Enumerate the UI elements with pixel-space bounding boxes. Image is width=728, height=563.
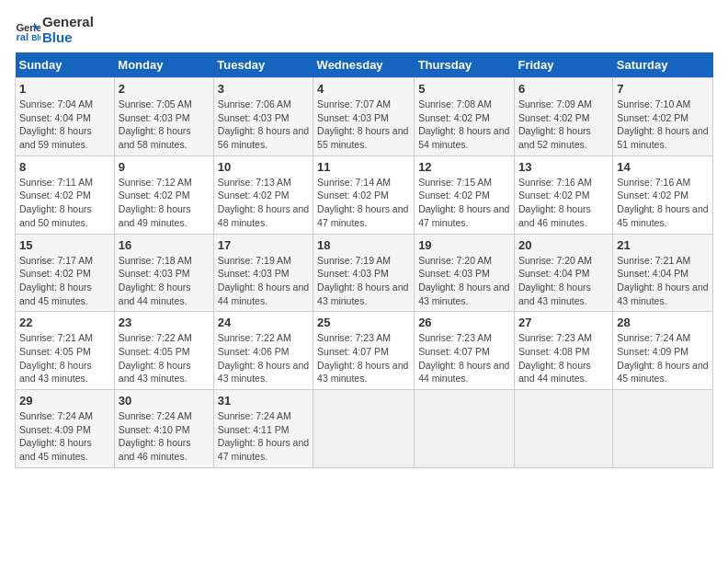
day-number: 27 (518, 316, 609, 329)
day-detail: Sunrise: 7:06 AMSunset: 4:03 PMDaylight:… (218, 98, 309, 150)
day-header-sunday: Sunday (16, 52, 115, 78)
calendar-cell: 11 Sunrise: 7:14 AMSunset: 4:02 PMDaylig… (313, 155, 415, 234)
day-header-monday: Monday (114, 52, 213, 78)
day-number: 10 (218, 160, 309, 174)
svg-text:ral: ral (16, 31, 28, 42)
day-detail: Sunrise: 7:23 AMSunset: 4:07 PMDaylight:… (418, 332, 509, 384)
calendar-cell: 5 Sunrise: 7:08 AMSunset: 4:02 PMDayligh… (415, 78, 515, 156)
calendar-cell: 19 Sunrise: 7:20 AMSunset: 4:03 PMDaylig… (415, 234, 515, 312)
day-detail: Sunrise: 7:08 AMSunset: 4:02 PMDaylight:… (418, 98, 509, 150)
calendar-week-4: 22 Sunrise: 7:21 AMSunset: 4:05 PMDaylig… (16, 312, 713, 390)
calendar-cell (514, 390, 612, 468)
day-header-tuesday: Tuesday (213, 52, 313, 78)
day-detail: Sunrise: 7:20 AMSunset: 4:04 PMDaylight:… (518, 255, 592, 306)
day-number: 26 (418, 316, 510, 329)
logo-general: General (42, 14, 94, 29)
day-number: 4 (317, 82, 410, 96)
day-detail: Sunrise: 7:05 AMSunset: 4:03 PMDaylight:… (119, 98, 192, 150)
day-detail: Sunrise: 7:04 AMSunset: 4:04 PMDaylight:… (19, 98, 93, 150)
calendar-cell: 24 Sunrise: 7:22 AMSunset: 4:06 PMDaylig… (213, 312, 313, 390)
day-detail: Sunrise: 7:20 AMSunset: 4:03 PMDaylight:… (418, 255, 509, 306)
day-detail: Sunrise: 7:17 AMSunset: 4:02 PMDaylight:… (19, 255, 93, 306)
day-number: 23 (119, 316, 210, 329)
day-detail: Sunrise: 7:10 AMSunset: 4:02 PMDaylight:… (617, 98, 708, 150)
day-number: 5 (418, 82, 510, 96)
day-number: 7 (617, 82, 709, 96)
day-detail: Sunrise: 7:07 AMSunset: 4:03 PMDaylight:… (317, 98, 408, 150)
day-number: 25 (317, 316, 410, 329)
calendar-week-3: 15 Sunrise: 7:17 AMSunset: 4:02 PMDaylig… (16, 234, 713, 312)
day-number: 13 (518, 160, 609, 174)
calendar-cell: 23 Sunrise: 7:22 AMSunset: 4:05 PMDaylig… (114, 312, 213, 390)
calendar-cell: 12 Sunrise: 7:15 AMSunset: 4:02 PMDaylig… (415, 155, 515, 234)
calendar-cell: 29 Sunrise: 7:24 AMSunset: 4:09 PMDaylig… (16, 390, 115, 468)
day-number: 30 (119, 394, 210, 408)
day-detail: Sunrise: 7:24 AMSunset: 4:09 PMDaylight:… (19, 410, 93, 462)
day-number: 16 (119, 238, 210, 252)
day-number: 24 (218, 316, 309, 329)
logo-icon: Gene ral Blue (15, 17, 40, 43)
day-number: 17 (218, 238, 309, 252)
calendar-cell: 6 Sunrise: 7:09 AMSunset: 4:02 PMDayligh… (514, 78, 612, 156)
calendar-table: SundayMondayTuesdayWednesdayThursdayFrid… (15, 52, 713, 468)
day-detail: Sunrise: 7:21 AMSunset: 4:04 PMDaylight:… (617, 255, 708, 306)
calendar-cell: 28 Sunrise: 7:24 AMSunset: 4:09 PMDaylig… (613, 312, 713, 390)
calendar-cell: 2 Sunrise: 7:05 AMSunset: 4:03 PMDayligh… (114, 78, 213, 156)
day-number: 8 (19, 160, 110, 174)
logo-blue: Blue (42, 29, 73, 45)
logo-wordmark: General Blue (42, 15, 94, 45)
calendar-cell: 15 Sunrise: 7:17 AMSunset: 4:02 PMDaylig… (16, 234, 115, 312)
logo: Gene ral Blue General Blue (15, 15, 94, 45)
day-detail: Sunrise: 7:24 AMSunset: 4:09 PMDaylight:… (617, 332, 708, 384)
day-header-thursday: Thursday (415, 52, 515, 78)
calendar-week-2: 8 Sunrise: 7:11 AMSunset: 4:02 PMDayligh… (16, 155, 713, 234)
day-detail: Sunrise: 7:22 AMSunset: 4:05 PMDaylight:… (119, 332, 192, 384)
day-header-friday: Friday (514, 52, 612, 78)
header-row: SundayMondayTuesdayWednesdayThursdayFrid… (16, 52, 713, 78)
day-detail: Sunrise: 7:23 AMSunset: 4:07 PMDaylight:… (317, 332, 408, 384)
calendar-cell (415, 390, 515, 468)
calendar-cell: 27 Sunrise: 7:23 AMSunset: 4:08 PMDaylig… (514, 312, 612, 390)
day-number: 2 (119, 82, 210, 96)
day-number: 3 (218, 82, 309, 96)
day-number: 22 (19, 316, 110, 329)
calendar-week-5: 29 Sunrise: 7:24 AMSunset: 4:09 PMDaylig… (16, 390, 713, 468)
calendar-cell: 10 Sunrise: 7:13 AMSunset: 4:02 PMDaylig… (213, 155, 313, 234)
day-detail: Sunrise: 7:24 AMSunset: 4:10 PMDaylight:… (119, 410, 192, 462)
calendar-cell: 4 Sunrise: 7:07 AMSunset: 4:03 PMDayligh… (313, 78, 415, 156)
day-number: 1 (19, 82, 110, 96)
day-detail: Sunrise: 7:16 AMSunset: 4:02 PMDaylight:… (617, 177, 708, 228)
calendar-week-1: 1 Sunrise: 7:04 AMSunset: 4:04 PMDayligh… (16, 78, 713, 156)
calendar-cell: 21 Sunrise: 7:21 AMSunset: 4:04 PMDaylig… (613, 234, 713, 312)
calendar-cell (313, 390, 415, 468)
day-number: 15 (19, 238, 110, 252)
calendar-cell: 7 Sunrise: 7:10 AMSunset: 4:02 PMDayligh… (613, 78, 713, 156)
calendar-cell: 16 Sunrise: 7:18 AMSunset: 4:03 PMDaylig… (114, 234, 213, 312)
calendar-cell: 18 Sunrise: 7:19 AMSunset: 4:03 PMDaylig… (313, 234, 415, 312)
day-number: 18 (317, 238, 410, 252)
calendar-cell: 25 Sunrise: 7:23 AMSunset: 4:07 PMDaylig… (313, 312, 415, 390)
day-detail: Sunrise: 7:18 AMSunset: 4:03 PMDaylight:… (119, 255, 192, 306)
svg-text:Blue: Blue (31, 33, 40, 42)
day-detail: Sunrise: 7:23 AMSunset: 4:08 PMDaylight:… (518, 332, 592, 384)
day-detail: Sunrise: 7:19 AMSunset: 4:03 PMDaylight:… (317, 255, 408, 306)
day-number: 31 (218, 394, 309, 408)
day-detail: Sunrise: 7:15 AMSunset: 4:02 PMDaylight:… (418, 177, 509, 228)
day-number: 21 (617, 238, 709, 252)
calendar-cell: 31 Sunrise: 7:24 AMSunset: 4:11 PMDaylig… (213, 390, 313, 468)
day-detail: Sunrise: 7:22 AMSunset: 4:06 PMDaylight:… (218, 332, 309, 384)
day-detail: Sunrise: 7:16 AMSunset: 4:02 PMDaylight:… (518, 177, 592, 228)
day-header-saturday: Saturday (613, 52, 713, 78)
page-header: Gene ral Blue General Blue (15, 15, 713, 45)
calendar-cell: 1 Sunrise: 7:04 AMSunset: 4:04 PMDayligh… (16, 78, 115, 156)
day-header-wednesday: Wednesday (313, 52, 415, 78)
calendar-cell: 8 Sunrise: 7:11 AMSunset: 4:02 PMDayligh… (16, 155, 115, 234)
day-number: 6 (518, 82, 609, 96)
calendar-cell: 3 Sunrise: 7:06 AMSunset: 4:03 PMDayligh… (213, 78, 313, 156)
day-detail: Sunrise: 7:11 AMSunset: 4:02 PMDaylight:… (19, 177, 93, 228)
day-detail: Sunrise: 7:19 AMSunset: 4:03 PMDaylight:… (218, 255, 309, 306)
day-number: 12 (418, 160, 510, 174)
day-detail: Sunrise: 7:24 AMSunset: 4:11 PMDaylight:… (218, 410, 309, 462)
day-detail: Sunrise: 7:21 AMSunset: 4:05 PMDaylight:… (19, 332, 93, 384)
day-number: 20 (518, 238, 609, 252)
